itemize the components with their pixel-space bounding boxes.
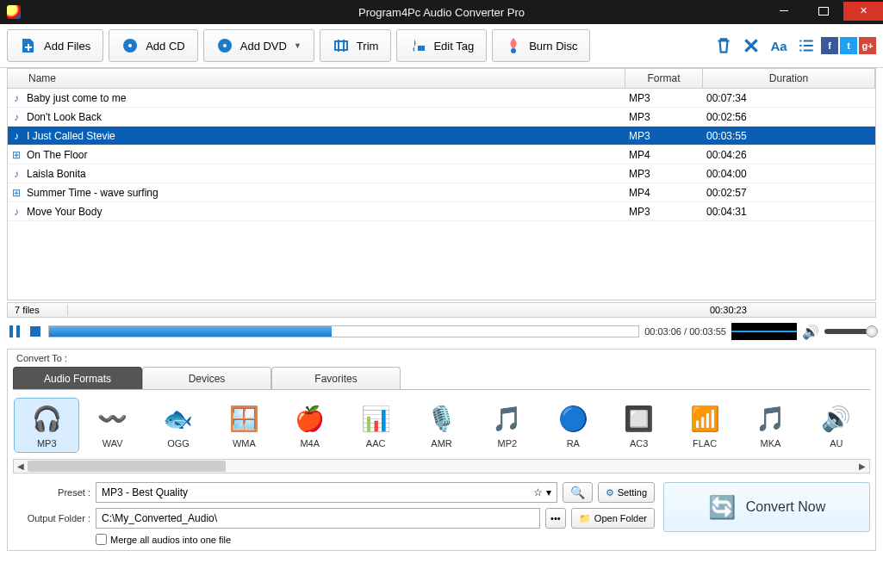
folder-icon: 📁: [579, 513, 591, 524]
format-label: AU: [830, 438, 843, 449]
format-icon: 🔵: [557, 402, 589, 435]
file-row[interactable]: ⊞On The FloorMP400:04:26: [8, 145, 875, 164]
format-aac[interactable]: 📊AAC: [344, 399, 407, 452]
add-dvd-button[interactable]: Add DVD ▼: [203, 29, 314, 62]
file-duration: 00:04:26: [703, 149, 875, 161]
column-duration[interactable]: Duration: [703, 69, 875, 88]
file-type-icon: ⊞: [8, 187, 25, 199]
format-ac3[interactable]: 🔲AC3: [607, 399, 671, 452]
delete-icon[interactable]: [714, 36, 733, 55]
convert-panel: Convert To : Audio Formats Devices Favor…: [7, 349, 876, 551]
add-files-button[interactable]: Add Files: [7, 29, 103, 62]
file-row[interactable]: ♪Laisla BonitaMP300:04:00: [8, 164, 875, 183]
add-dvd-label: Add DVD: [240, 40, 287, 53]
add-cd-button[interactable]: Add CD: [109, 29, 198, 62]
file-format: MP3: [625, 92, 703, 104]
file-duration: 00:02:57: [703, 187, 875, 199]
setting-button[interactable]: ⚙Setting: [598, 482, 655, 503]
format-ra[interactable]: 🔵RA: [541, 399, 605, 452]
output-folder-field[interactable]: C:\My_Converted_Audio\: [96, 508, 540, 529]
format-label: RA: [567, 438, 580, 449]
file-name: Summer Time - wave surfing: [25, 187, 625, 199]
convert-icon: 🔄: [708, 494, 736, 521]
file-format: MP3: [625, 111, 703, 123]
format-icon: 🔊: [820, 402, 853, 435]
speaker-icon[interactable]: 🔊: [802, 324, 819, 340]
format-icon: 🎙️: [426, 402, 458, 435]
format-mka[interactable]: 🎵MKA: [738, 399, 802, 452]
formats-scrollbar[interactable]: ◀ ▶: [13, 459, 870, 473]
edit-tag-button[interactable]: Edit Tag: [396, 29, 487, 62]
format-mp2[interactable]: 🎵MP2: [476, 399, 539, 452]
column-format[interactable]: Format: [625, 69, 703, 88]
format-label: M4A: [300, 438, 320, 449]
format-mp3[interactable]: 🎧MP3: [15, 399, 78, 452]
scroll-right-icon[interactable]: ▶: [855, 461, 869, 471]
format-m4a[interactable]: 🍎M4A: [278, 399, 342, 452]
pause-button[interactable]: [7, 324, 22, 339]
close-button[interactable]: [843, 2, 883, 21]
add-cd-label: Add CD: [146, 40, 185, 53]
format-amr[interactable]: 🎙️AMR: [409, 399, 473, 452]
twitter-icon[interactable]: t: [840, 37, 857, 54]
svg-point-6: [511, 48, 516, 53]
minimize-button[interactable]: [764, 2, 804, 21]
app-icon: [7, 5, 21, 19]
file-row[interactable]: ⊞Summer Time - wave surfingMP400:02:57: [8, 183, 875, 202]
format-label: MP2: [498, 438, 518, 449]
file-name: On The Floor: [25, 149, 625, 161]
facebook-icon[interactable]: f: [821, 37, 838, 54]
svg-point-3: [223, 44, 227, 47]
file-format: MP3: [625, 130, 703, 142]
googleplus-icon[interactable]: g+: [859, 37, 876, 54]
scroll-left-icon[interactable]: ◀: [14, 461, 28, 471]
stop-button[interactable]: [28, 324, 43, 339]
clear-icon[interactable]: [742, 36, 761, 55]
format-flac[interactable]: 📶FLAC: [673, 399, 737, 452]
svg-rect-7: [9, 325, 13, 337]
file-row[interactable]: ♪Move Your BodyMP300:04:31: [8, 202, 875, 221]
list-view-icon[interactable]: [797, 36, 816, 55]
dvd-icon: [216, 37, 233, 54]
star-icon[interactable]: ☆ ▾: [533, 486, 550, 498]
edit-tag-icon: [409, 37, 426, 54]
open-folder-button[interactable]: 📁Open Folder: [571, 508, 655, 529]
tab-audio-formats[interactable]: Audio Formats: [13, 367, 142, 389]
preset-select[interactable]: MP3 - Best Quality ☆ ▾: [96, 482, 557, 503]
format-au[interactable]: 🔊AU: [805, 399, 868, 452]
cd-icon: [121, 37, 139, 54]
burn-disc-button[interactable]: Burn Disc: [492, 29, 590, 62]
format-label: MKA: [761, 438, 781, 449]
convert-now-label: Convert Now: [746, 499, 825, 515]
file-row[interactable]: ♪Don't Look BackMP300:02:56: [8, 108, 875, 127]
format-icon: 〰️: [96, 402, 129, 435]
format-label: AMR: [431, 438, 451, 449]
format-wma[interactable]: 🪟WMA: [212, 399, 276, 452]
trim-button[interactable]: Trim: [320, 29, 392, 62]
column-name[interactable]: Name: [8, 69, 625, 88]
rename-icon[interactable]: Aa: [769, 36, 788, 55]
edit-tag-label: Edit Tag: [433, 40, 474, 53]
file-row[interactable]: ♪I Just Called StevieMP300:03:55: [8, 127, 875, 145]
merge-checkbox[interactable]: Merge all audios into one file: [96, 534, 655, 545]
tab-devices[interactable]: Devices: [142, 367, 271, 389]
file-format: MP4: [625, 187, 703, 199]
tab-favorites[interactable]: Favorites: [271, 367, 401, 389]
file-name: I Just Called Stevie: [25, 130, 625, 142]
preset-search-button[interactable]: 🔍: [563, 482, 593, 503]
format-icon: 🎵: [491, 402, 524, 435]
seek-bar[interactable]: [48, 325, 639, 337]
file-format: MP3: [625, 206, 703, 218]
volume-slider[interactable]: [824, 329, 876, 334]
svg-rect-5: [418, 46, 425, 51]
format-wav[interactable]: 〰️WAV: [80, 399, 144, 452]
file-row[interactable]: ♪Baby just come to meMP300:07:34: [8, 89, 875, 108]
browse-folder-button[interactable]: •••: [545, 508, 566, 529]
svg-rect-8: [16, 325, 20, 337]
file-count: 7 files: [8, 305, 68, 315]
convert-now-button[interactable]: 🔄 Convert Now: [663, 482, 870, 532]
format-ogg[interactable]: 🐟OGG: [146, 399, 210, 452]
output-folder-label: Output Folder :: [13, 513, 90, 523]
maximize-button[interactable]: [804, 2, 843, 21]
file-format: MP3: [625, 168, 703, 180]
